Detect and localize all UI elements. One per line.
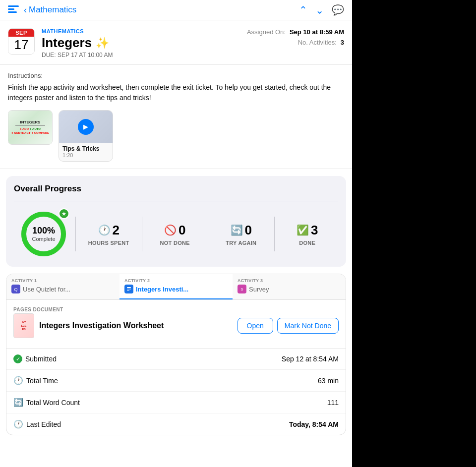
assignment-meta: Assigned On: Sep 10 at 8:59 AM No. Activ…	[245, 28, 344, 46]
pages-icon	[125, 286, 132, 292]
poster-thumbnail[interactable]: INTEGERS ● ADD ● AUTO ● SUBTRACT ● COMPA…	[8, 110, 53, 145]
svg-text:S: S	[240, 287, 243, 292]
stat-done-value: 3	[311, 223, 318, 238]
total-time-left: 🕐 Total Time	[13, 376, 58, 385]
last-edited-row: 🕐 Last Edited Today, 8:54 AM	[6, 413, 346, 435]
svg-rect-6	[127, 289, 131, 290]
video-duration: 1:20	[62, 152, 109, 158]
back-button[interactable]: ‹ Mathematics	[24, 5, 76, 15]
status-rows: ✓ Submitted Sep 12 at 8:54 AM 🕐 Total Ti…	[6, 348, 346, 435]
donut-container: 100% Complete ★	[19, 209, 68, 259]
assigned-on-value: Sep 10 at 8:59 AM	[290, 28, 344, 36]
sidebar-toggle-icon[interactable]	[8, 5, 19, 14]
submitted-label: Submitted	[25, 355, 57, 363]
video-info: Tips & Tricks 1:20	[59, 143, 113, 161]
progress-section: Overall Progress 100% Complete ★	[6, 176, 346, 267]
svg-text:Q: Q	[14, 287, 17, 292]
nav-up-button[interactable]: ⌃	[299, 5, 307, 15]
no-activities-value: 3	[341, 39, 344, 46]
sidebar-bar-2	[8, 8, 14, 10]
total-time-value: 63 min	[318, 377, 339, 385]
word-count-value: 111	[327, 399, 339, 407]
chat-button[interactable]: 💬	[332, 5, 344, 15]
total-time-label: Total Time	[26, 377, 58, 385]
doc-thumbnail: INTEGERS	[13, 313, 34, 338]
last-edited-clock-icon: 🕐	[13, 419, 23, 429]
tab3-label: ACTIVITY 3	[238, 278, 341, 283]
calendar-day: 17	[8, 37, 34, 54]
tab1-label: ACTIVITY 1	[11, 278, 115, 283]
video-title: Tips & Tricks	[62, 145, 109, 152]
submitted-check-icon: ✓	[13, 354, 22, 363]
word-count-left: 🔄 Total Word Count	[13, 398, 80, 407]
word-count-row: 🔄 Total Word Count 111	[6, 392, 346, 413]
tab1-row: Q Use Quizlet for...	[11, 285, 115, 293]
nav-right: ⌃ ⌃ 💬	[299, 5, 344, 15]
sidebar-bar-3	[8, 11, 17, 13]
activity-tab-3[interactable]: ACTIVITY 3 S Survey	[233, 274, 346, 299]
tab3-row: S Survey	[238, 285, 341, 293]
sidebar-bar-1	[8, 5, 19, 7]
sparkle-icon: ✨	[96, 37, 109, 50]
instructions-text: Finish the app activity and worksheet, t…	[8, 82, 344, 103]
tab2-label: ACTIVITY 2	[124, 278, 228, 283]
stat-notdone-label: NOT DONE	[160, 240, 190, 246]
activity-tab-2[interactable]: ACTIVITY 2 Integers Investi...	[119, 274, 233, 299]
stat-hours-spent: 🕐 2 HOURS SPENT	[78, 223, 140, 246]
instructions-label: Instructions:	[8, 72, 344, 79]
stats-divider-1	[75, 217, 76, 251]
submitted-left: ✓ Submitted	[13, 354, 57, 363]
stat-tryagain-top: 🔄 0	[231, 223, 252, 238]
donut-label: Complete	[32, 236, 55, 242]
chevron-left-icon: ‹	[24, 5, 27, 14]
stat-hours-top: 🕐 2	[98, 223, 119, 238]
activity-tab-1[interactable]: ACTIVITY 1 Q Use Quizlet for...	[6, 274, 119, 299]
progress-title: Overall Progress	[14, 184, 338, 194]
calendar-month: SEP	[8, 29, 34, 37]
instructions-section: Instructions: Finish the app activity an…	[0, 65, 352, 169]
no-activities-label: No. Activities:	[298, 39, 337, 46]
nav-down-button[interactable]: ⌃	[315, 5, 324, 15]
open-button[interactable]: Open	[238, 318, 273, 334]
top-nav: ‹ Mathematics ⌃ ⌃ 💬	[0, 0, 352, 20]
stat-notdone-value: 0	[178, 223, 185, 238]
assigned-on-row: Assigned On: Sep 10 at 8:59 AM	[247, 28, 344, 36]
tab2-app-icon	[124, 285, 133, 293]
activity-tabs: ACTIVITY 1 Q Use Quizlet for... ACTIVIT	[6, 274, 346, 300]
stat-try-again: 🔄 0 TRY AGAIN	[210, 223, 272, 246]
stat-tryagain-value: 0	[245, 223, 252, 238]
donut-star-badge: ★	[59, 208, 69, 219]
donut-wrapper: 100% Complete ★	[14, 209, 73, 259]
try-again-icon: 🔄	[231, 224, 243, 236]
tab2-active-indicator	[119, 298, 233, 299]
total-time-row: 🕐 Total Time 63 min	[6, 370, 346, 392]
quizlet-icon: Q	[12, 286, 19, 292]
stat-done: ✅ 3 DONE	[277, 223, 339, 246]
mark-not-done-button[interactable]: Mark Not Done	[277, 318, 339, 334]
submitted-value: Sep 12 at 8:54 AM	[282, 355, 339, 363]
activities-section-wrapper: ACTIVITY 1 Q Use Quizlet for... ACTIVIT	[0, 274, 352, 435]
assignment-info: MATHEMATICS Integers ✨ DUE: SEP 17 AT 10…	[42, 28, 238, 58]
stat-hours-label: HOURS SPENT	[88, 240, 129, 246]
no-activities-row: No. Activities: 3	[298, 39, 344, 46]
detail-title: Integers Investigation Worksheet	[39, 321, 164, 330]
last-edited-label: Last Edited	[26, 420, 61, 428]
stats-divider-3	[208, 217, 208, 251]
svg-rect-7	[127, 290, 129, 291]
stat-done-label: DONE	[299, 240, 315, 246]
progress-divider	[14, 201, 338, 201]
donut-center: 100% Complete	[32, 226, 55, 242]
detail-header: INTEGERS Integers Investigation Workshee…	[13, 313, 339, 338]
video-thumb: ▶	[59, 111, 113, 143]
tab1-name: Use Quizlet for...	[23, 286, 70, 293]
video-attachment[interactable]: ▶ Tips & Tricks 1:20	[59, 110, 113, 162]
tab2-row: Integers Investi...	[124, 285, 228, 293]
nav-left: ‹ Mathematics	[8, 5, 76, 15]
due-date: DUE: SEP 17 AT 10:00 AM	[42, 52, 238, 58]
word-count-label: Total Word Count	[26, 399, 80, 407]
stat-done-top: ✅ 3	[297, 223, 318, 238]
svg-rect-5	[127, 287, 131, 288]
assignment-title-text: Integers	[42, 35, 92, 51]
attachments-row: INTEGERS ● ADD ● AUTO ● SUBTRACT ● COMPA…	[8, 110, 344, 162]
stat-tryagain-label: TRY AGAIN	[226, 240, 256, 246]
